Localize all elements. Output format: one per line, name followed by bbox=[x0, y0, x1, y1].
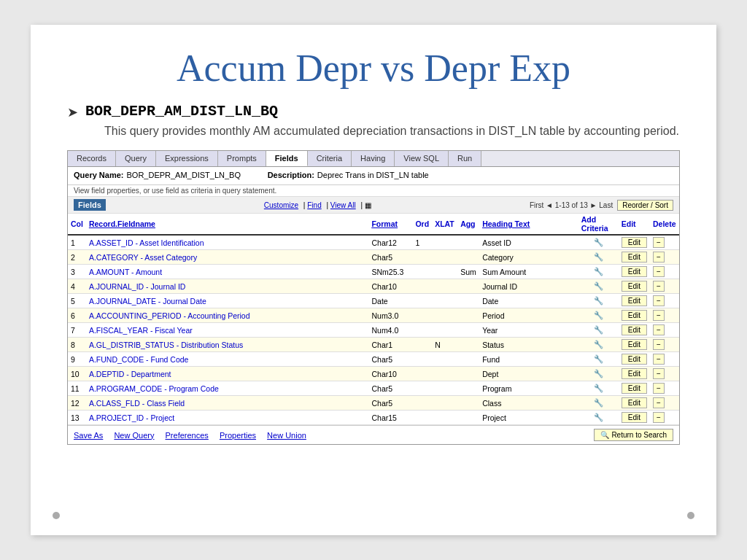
cell-agg bbox=[457, 250, 479, 265]
delete-button[interactable]: − bbox=[653, 295, 665, 306]
cell-addcrit: 🔧 bbox=[578, 352, 619, 367]
delete-button[interactable]: − bbox=[653, 281, 665, 292]
edit-button[interactable]: Edit bbox=[622, 368, 647, 379]
edit-button[interactable]: Edit bbox=[622, 397, 647, 408]
cell-edit: Edit bbox=[619, 265, 650, 279]
criteria-icon[interactable]: 🔧 bbox=[594, 384, 603, 392]
delete-button[interactable]: − bbox=[653, 324, 665, 335]
bullet-item: ➤ BOR_DEPR_AM_DIST_LN_BQ This query prov… bbox=[67, 103, 680, 140]
cell-delete: − bbox=[650, 367, 679, 381]
cell-field: A.PROGRAM_CODE - Program Code bbox=[86, 381, 369, 396]
edit-button[interactable]: Edit bbox=[622, 310, 647, 321]
table-row: 7 A.FISCAL_YEAR - Fiscal Year Num4.0 Yea… bbox=[68, 323, 679, 338]
cell-delete: − bbox=[650, 338, 679, 352]
pagination: First ◄ 1-13 of 13 ► Last bbox=[530, 201, 613, 209]
col-header-xlat: XLAT bbox=[432, 214, 457, 235]
cell-col: 3 bbox=[68, 265, 86, 279]
cell-ord bbox=[412, 250, 432, 265]
edit-button[interactable]: Edit bbox=[622, 412, 647, 423]
view-all-link[interactable]: View All bbox=[330, 201, 356, 209]
ps-toolbar: Fields Customize | Find | View All | ▦ F… bbox=[68, 197, 679, 214]
delete-button[interactable]: − bbox=[653, 252, 665, 262]
cell-format: Char10 bbox=[368, 367, 412, 381]
delete-button[interactable]: − bbox=[653, 354, 665, 365]
cell-addcrit: 🔧 bbox=[578, 367, 619, 381]
col-header-addcrit: AddCriteria bbox=[578, 214, 619, 235]
delete-button[interactable]: − bbox=[653, 266, 665, 277]
cell-col: 12 bbox=[68, 396, 86, 411]
cell-addcrit: 🔧 bbox=[578, 338, 619, 352]
tab-prompts[interactable]: Prompts bbox=[218, 151, 266, 166]
delete-button[interactable]: − bbox=[653, 310, 665, 321]
new-query-link[interactable]: New Query bbox=[114, 431, 154, 440]
criteria-icon[interactable]: 🔧 bbox=[594, 281, 603, 290]
criteria-icon[interactable]: 🔧 bbox=[594, 340, 603, 349]
cell-agg: Sum bbox=[457, 265, 479, 279]
ps-footer: Save As New Query Preferences Properties… bbox=[68, 425, 679, 444]
tab-run[interactable]: Run bbox=[449, 151, 481, 166]
criteria-icon[interactable]: 🔧 bbox=[594, 413, 603, 421]
tab-records[interactable]: Records bbox=[68, 151, 116, 166]
customize-link[interactable]: Customize bbox=[264, 201, 298, 209]
edit-button[interactable]: Edit bbox=[622, 252, 647, 262]
cell-field: A.AMOUNT - Amount bbox=[86, 265, 369, 279]
cell-edit: Edit bbox=[619, 396, 650, 411]
criteria-icon[interactable]: 🔧 bbox=[594, 267, 603, 276]
criteria-icon[interactable]: 🔧 bbox=[594, 369, 603, 378]
delete-button[interactable]: − bbox=[653, 397, 665, 408]
criteria-icon[interactable]: 🔧 bbox=[594, 354, 603, 363]
criteria-icon[interactable]: 🔧 bbox=[594, 325, 603, 334]
tab-expressions[interactable]: Expressions bbox=[156, 151, 218, 166]
delete-button[interactable]: − bbox=[653, 368, 665, 379]
tab-criteria[interactable]: Criteria bbox=[308, 151, 352, 166]
new-union-link[interactable]: New Union bbox=[267, 431, 306, 440]
cell-xlat bbox=[432, 367, 457, 381]
criteria-icon[interactable]: 🔧 bbox=[594, 238, 603, 246]
save-as-link[interactable]: Save As bbox=[74, 431, 103, 440]
cell-col: 9 bbox=[68, 352, 86, 367]
properties-link[interactable]: Properties bbox=[220, 431, 256, 440]
toolbar-right: First ◄ 1-13 of 13 ► Last Reorder / Sort bbox=[530, 200, 673, 211]
criteria-icon[interactable]: 🔧 bbox=[594, 252, 603, 261]
find-link[interactable]: Find bbox=[307, 201, 321, 209]
criteria-icon[interactable]: 🔧 bbox=[594, 311, 603, 319]
preferences-link[interactable]: Preferences bbox=[166, 431, 209, 440]
cell-ord bbox=[412, 308, 432, 323]
dot-decoration-right bbox=[687, 512, 694, 519]
cell-field: A.ACCOUNTING_PERIOD - Accounting Period bbox=[86, 308, 369, 323]
cell-heading: Asset ID bbox=[479, 235, 578, 250]
edit-button[interactable]: Edit bbox=[622, 281, 647, 292]
delete-button[interactable]: − bbox=[653, 412, 665, 423]
cell-agg bbox=[457, 411, 479, 425]
cell-agg bbox=[457, 323, 479, 338]
delete-button[interactable]: − bbox=[653, 383, 665, 394]
cell-delete: − bbox=[650, 235, 679, 250]
criteria-icon[interactable]: 🔧 bbox=[594, 398, 603, 407]
tab-fields[interactable]: Fields bbox=[266, 151, 308, 166]
tab-query[interactable]: Query bbox=[116, 151, 156, 166]
delete-button[interactable]: − bbox=[653, 339, 665, 350]
edit-button[interactable]: Edit bbox=[622, 354, 647, 365]
reorder-sort-button[interactable]: Reorder / Sort bbox=[617, 200, 673, 211]
col-header-delete: Delete bbox=[650, 214, 679, 235]
cell-edit: Edit bbox=[619, 294, 650, 308]
edit-button[interactable]: Edit bbox=[622, 266, 647, 277]
table-row: 8 A.GL_DISTRIB_STATUS - Distribution Sta… bbox=[68, 338, 679, 352]
delete-button[interactable]: − bbox=[653, 237, 665, 248]
cell-agg bbox=[457, 279, 479, 294]
edit-button[interactable]: Edit bbox=[622, 339, 647, 350]
cell-format: Char15 bbox=[368, 411, 412, 425]
cell-edit: Edit bbox=[619, 367, 650, 381]
tab-having[interactable]: Having bbox=[352, 151, 395, 166]
cell-delete: − bbox=[650, 250, 679, 265]
criteria-icon[interactable]: 🔧 bbox=[594, 296, 603, 305]
return-to-search-button[interactable]: 🔍 Return to Search bbox=[594, 429, 673, 441]
tab-view-sql[interactable]: View SQL bbox=[395, 151, 449, 166]
edit-button[interactable]: Edit bbox=[622, 324, 647, 335]
edit-button[interactable]: Edit bbox=[622, 237, 647, 248]
table-row: 5 A.JOURNAL_DATE - Journal Date Date Dat… bbox=[68, 294, 679, 308]
edit-button[interactable]: Edit bbox=[622, 295, 647, 306]
edit-button[interactable]: Edit bbox=[622, 383, 647, 394]
grid-icon: ▦ bbox=[365, 201, 371, 209]
cell-heading: Project bbox=[479, 411, 578, 425]
